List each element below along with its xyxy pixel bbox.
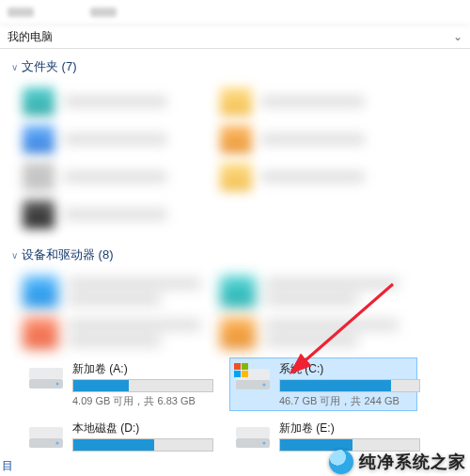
chevron-down-icon: ∨ bbox=[11, 250, 18, 261]
address-bar[interactable]: 我的电脑 ⌄ bbox=[0, 25, 470, 49]
folder-item[interactable] bbox=[23, 158, 201, 196]
svg-point-15 bbox=[262, 441, 265, 444]
menu-bar bbox=[0, 0, 470, 25]
chevron-down-icon: ∨ bbox=[11, 62, 18, 72]
section-title-devices: 设备和驱动器 (8) bbox=[22, 246, 114, 263]
section-title-folders: 文件夹 (7) bbox=[22, 58, 77, 75]
folder-item[interactable] bbox=[220, 83, 399, 120]
drive-subtext: 46.7 GB 可用，共 244 GB bbox=[279, 394, 420, 408]
watermark-text: 纯净系统之家 bbox=[359, 451, 466, 473]
hdd-icon bbox=[234, 420, 272, 453]
svg-rect-10 bbox=[29, 427, 63, 438]
device-item[interactable] bbox=[23, 312, 201, 354]
capacity-bar bbox=[72, 379, 213, 392]
watermark-logo-icon bbox=[329, 450, 353, 474]
svg-rect-13 bbox=[236, 427, 270, 438]
breadcrumb-title: 我的电脑 bbox=[8, 29, 53, 45]
content-panel: ∨ 文件夹 (7) ∨ 设备和驱动器 (8) bbox=[0, 49, 470, 453]
device-item[interactable] bbox=[23, 271, 201, 312]
drive-label: 系统 (C:) bbox=[279, 361, 420, 377]
svg-rect-8 bbox=[234, 371, 241, 377]
watermark: 纯净系统之家 bbox=[329, 450, 466, 474]
svg-point-12 bbox=[55, 441, 58, 444]
svg-rect-0 bbox=[29, 368, 63, 379]
drive-e[interactable]: 新加卷 (E:) 58.1 GB 可用，共 bbox=[229, 417, 417, 453]
devices-grid bbox=[9, 269, 461, 357]
device-item[interactable] bbox=[220, 271, 399, 312]
folder-item[interactable] bbox=[220, 158, 399, 196]
drives-row: 本地磁盘 (D:) 42.4 GB 可用，共 99.9 GB 新加卷 (E:) … bbox=[9, 417, 461, 453]
drive-subtext: 4.09 GB 可用，共 6.83 GB bbox=[72, 394, 213, 408]
section-header-devices[interactable]: ∨ 设备和驱动器 (8) bbox=[9, 243, 461, 269]
capacity-bar bbox=[279, 379, 420, 392]
drive-d[interactable]: 本地磁盘 (D:) 42.4 GB 可用，共 99.9 GB bbox=[23, 417, 211, 453]
drive-label: 新加卷 (E:) bbox=[279, 420, 420, 436]
device-item[interactable] bbox=[220, 312, 399, 354]
capacity-bar bbox=[72, 438, 213, 452]
folder-item[interactable] bbox=[23, 120, 201, 158]
drive-label: 本地磁盘 (D:) bbox=[72, 420, 213, 436]
drives-row: 新加卷 (A:) 4.09 GB 可用，共 6.83 GB bbox=[9, 357, 461, 417]
folder-item[interactable] bbox=[23, 196, 201, 233]
file-explorer-window: { "breadcrumb": { "title": "我的电脑" }, "se… bbox=[0, 0, 470, 476]
svg-rect-9 bbox=[242, 371, 248, 377]
drive-c[interactable]: 系统 (C:) 46.7 GB 可用，共 244 GB bbox=[229, 357, 417, 411]
folders-grid bbox=[9, 81, 461, 243]
drive-label: 新加卷 (A:) bbox=[72, 361, 213, 377]
section-header-folders[interactable]: ∨ 文件夹 (7) bbox=[9, 55, 461, 81]
folder-item[interactable] bbox=[220, 120, 399, 158]
drive-a[interactable]: 新加卷 (A:) 4.09 GB 可用，共 6.83 GB bbox=[23, 357, 211, 411]
folder-item[interactable] bbox=[23, 83, 201, 120]
chevron-down-icon[interactable]: ⌄ bbox=[453, 30, 462, 43]
hdd-icon bbox=[27, 420, 65, 453]
svg-rect-7 bbox=[242, 363, 248, 370]
svg-point-2 bbox=[55, 382, 58, 385]
hdd-windows-icon bbox=[234, 360, 272, 396]
svg-rect-3 bbox=[236, 369, 270, 380]
hdd-icon bbox=[27, 360, 65, 396]
svg-point-5 bbox=[262, 383, 265, 386]
svg-rect-6 bbox=[234, 363, 241, 370]
corner-text: 目 bbox=[2, 458, 13, 474]
